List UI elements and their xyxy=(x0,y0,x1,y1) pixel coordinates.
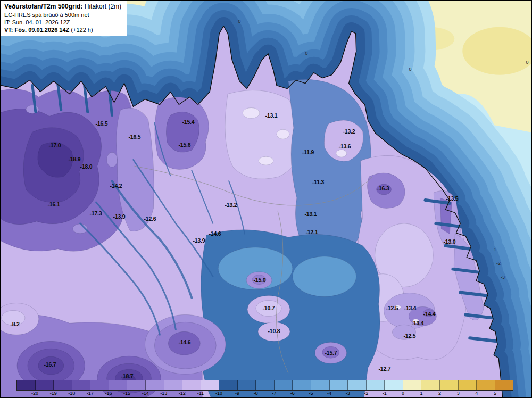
colorbar-tick-label: 2 xyxy=(438,391,441,396)
colorbar-tick-label: -10 xyxy=(215,391,222,396)
weather-map-canvas: -16.5-16.5-17.0-18.9-18.0-15.4-15.6-14.2… xyxy=(0,0,532,398)
temperature-map-svg xyxy=(1,1,531,397)
colorbar-cell xyxy=(459,380,477,390)
valid-time-line: VT: Fös. 09.01.2026 14Z (+122 h) xyxy=(4,26,121,34)
colorbar-cell xyxy=(90,380,109,390)
colorbar-tick-label: -20 xyxy=(31,391,38,396)
colorbar-cell xyxy=(256,380,275,390)
colorbar-tick-label: -18 xyxy=(68,391,75,396)
valid-time-rest: (+122 h) xyxy=(69,27,93,33)
colorbar-tick-label: 3 xyxy=(457,391,460,396)
colorbar-tick-label: -6 xyxy=(290,391,295,396)
colorbar-tick-label: -7 xyxy=(272,391,276,396)
colorbar-cell xyxy=(164,380,183,390)
colorbar-tick-label: -9 xyxy=(235,391,239,396)
colorbar: -20-19-18-17-16-15-14-13-12-11-10-9-8-7-… xyxy=(16,380,513,397)
colorbar-cell xyxy=(330,380,348,390)
colorbar-tick-label: 0 xyxy=(402,391,404,396)
colorbar-tick-label: -4 xyxy=(327,391,331,396)
valid-time-bold: VT: Fös. 09.01.2026 14Z xyxy=(4,27,69,33)
colorbar-ticks: -20-19-18-17-16-15-14-13-12-11-10-9-8-7-… xyxy=(16,391,513,397)
map-area xyxy=(1,1,531,397)
map-title-rest: Hitakort (2m) xyxy=(82,3,121,10)
colorbar-cell xyxy=(146,380,164,390)
colorbar-cell xyxy=(385,380,403,390)
colorbar-cell xyxy=(109,380,128,390)
colorbar-tick-label: -3 xyxy=(346,391,350,396)
colorbar-tick-label: -13 xyxy=(160,391,167,396)
colorbar-tick-label: 1 xyxy=(420,391,423,396)
colorbar-cell xyxy=(54,380,72,390)
colorbar-cell xyxy=(403,380,422,390)
colorbar-tick-label: -17 xyxy=(87,391,94,396)
colorbar-tick-label: -14 xyxy=(142,391,149,396)
colorbar-cell xyxy=(495,380,513,390)
colorbar-tick-label: -12 xyxy=(179,391,186,396)
colorbar-cell xyxy=(275,380,293,390)
colorbar-cell xyxy=(367,380,385,390)
colorbar-tick-label: -19 xyxy=(50,391,57,396)
colorbar-cell xyxy=(201,380,220,390)
colorbar-cell xyxy=(72,380,91,390)
map-title: Veðurstofan/T2m 500grid: Hitakort (2m) xyxy=(4,3,121,11)
map-title-bold: Veðurstofan/T2m 500grid: xyxy=(4,3,82,10)
model-line: EC-HRES spá brúuð á 500m net xyxy=(4,11,121,19)
colorbar-tick-label: 4 xyxy=(475,391,478,396)
colorbar-cell xyxy=(17,380,36,390)
info-box: Veðurstofan/T2m 500grid: Hitakort (2m) E… xyxy=(1,1,127,36)
colorbar-tick-label: -2 xyxy=(364,391,368,396)
init-time-line: IT: Sun. 04. 01. 2026 12Z xyxy=(4,19,121,26)
colorbar-tick-label: -11 xyxy=(197,391,204,396)
colorbar-cell xyxy=(36,380,54,390)
colorbar-cell xyxy=(127,380,146,390)
colorbar-cell xyxy=(293,380,311,390)
colorbar-cell xyxy=(421,380,440,390)
colorbar-cell xyxy=(182,380,201,390)
colorbar-tick-label: -1 xyxy=(383,391,387,396)
colorbar-tick-label: -16 xyxy=(105,391,112,396)
colorbar-cell xyxy=(219,380,238,390)
colorbar-tick-label: 5 xyxy=(494,391,496,396)
colorbar-cell xyxy=(311,380,330,390)
colorbar-tick-label: -8 xyxy=(254,391,258,396)
colorbar-cell xyxy=(238,380,256,390)
colorbar-cell xyxy=(477,380,495,390)
colorbar-tick-label: -5 xyxy=(309,391,313,396)
colorbar-tick-label: -15 xyxy=(123,391,130,396)
colorbar-cells xyxy=(16,380,513,391)
colorbar-cell xyxy=(348,380,367,390)
colorbar-cell xyxy=(440,380,459,390)
